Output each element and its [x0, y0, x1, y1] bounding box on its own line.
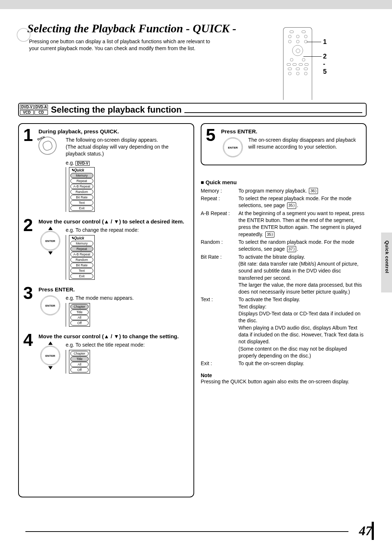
note-heading: Note	[201, 372, 367, 378]
step-number: 3	[23, 286, 35, 327]
note-text: Pressing the QUICK button again also exi…	[201, 378, 367, 385]
right-column: 5 Press ENTER. The on-screen display dis…	[201, 123, 367, 497]
disc-badge: CD	[34, 110, 48, 115]
quick-menu-section: Quick menu Memory :To program memory pla…	[201, 172, 367, 385]
page-ref: 37	[287, 246, 296, 252]
dvdv-badge: DVD-V	[75, 161, 90, 166]
eg-line: e.g. To select the title repeat mode:	[66, 342, 145, 348]
step-title: During playback, press QUICK.	[38, 128, 189, 134]
quick-menu-label: Bit Rate :	[201, 254, 237, 296]
step-number: 5	[206, 128, 217, 158]
remote-callout-1: 1	[323, 38, 327, 46]
quick-menu-label: A-B Repeat :	[201, 210, 237, 238]
quick-menu-desc: To activate the bitrate display. (Bit ra…	[238, 254, 367, 296]
step-title: Move the cursor control (▲ / ▼) to chang…	[38, 333, 189, 339]
enter-button-icon	[38, 295, 62, 316]
section-title: Selecting the Playback Function - QUICK …	[27, 22, 367, 35]
page-number: 47	[359, 523, 372, 538]
quick-menu-heading: Quick menu	[201, 179, 367, 185]
quick-menu-desc: To select the repeat playback mode. For …	[238, 195, 367, 209]
page-ref: 35	[287, 202, 296, 209]
step-5-box: 5 Press ENTER. The on-screen display dis…	[201, 123, 367, 165]
section-description: Pressing one button can display a list o…	[29, 38, 218, 52]
step-text: The following on-screen display appears.…	[66, 137, 189, 157]
page-ref: 35	[265, 231, 274, 238]
disc-badges: DVD-V DVD-A VCD CD	[20, 105, 48, 115]
eg-line: e.g. To change the repeat mode:	[66, 227, 139, 234]
osd-menu-3: Chapter Title All Off	[66, 303, 90, 327]
quick-menu-row: A-B Repeat :At the beginning of a segmen…	[201, 210, 367, 238]
step-3: 3 Press ENTER. e.g. The mode menu appear…	[23, 286, 189, 327]
quick-menu-row: Random :To select the random playback mo…	[201, 239, 367, 253]
enter-button-icon	[221, 137, 245, 158]
osd-menu-1: ✎Quick Memory Repeat A-B Repeat Random B…	[66, 167, 95, 212]
quick-menu-desc: To activate the Text display. Text displ…	[238, 296, 367, 359]
eg-label: e.g.	[66, 160, 74, 166]
step-text: The on-screen display disappears and pla…	[248, 137, 362, 150]
quick-menu-row: Exit :To quit the on-screen display.	[201, 360, 367, 367]
cursor-control-icon	[38, 342, 62, 370]
page-ref: 36	[309, 188, 318, 194]
disc-badge: VCD	[20, 110, 34, 115]
quick-menu-desc: To quit the on-screen display.	[238, 360, 367, 367]
step-title: Move the cursor control (▲ / ▼) to selec…	[38, 218, 189, 225]
remote-callout-2: 2 - 5	[323, 53, 327, 76]
quick-menu-desc: At the beginning of a segment you want t…	[238, 210, 367, 238]
cursor-control-icon	[38, 227, 62, 255]
quick-menu-row: Bit Rate :To activate the bitrate displa…	[201, 254, 367, 296]
quick-menu-row: Text :To activate the Text display. Text…	[201, 296, 367, 359]
left-column: 1 During playback, press QUICK. The foll…	[18, 123, 194, 497]
quick-button-icon	[38, 137, 62, 155]
step-number: 2	[23, 218, 35, 280]
side-tab-label: Quick control	[384, 241, 390, 273]
eg-line: e.g. The mode menu appears.	[66, 295, 134, 302]
quick-menu-label: Exit :	[201, 360, 237, 367]
step-number: 1	[23, 128, 35, 212]
disc-badge: DVD-V	[20, 105, 34, 109]
step-number: 4	[23, 333, 35, 374]
step-2: 2 Move the cursor control (▲ / ▼) to sel…	[23, 218, 189, 280]
remote-diagram: 1 2 - 5	[283, 27, 312, 100]
quick-menu-label: Random :	[201, 239, 237, 253]
quick-menu-desc: To program memory playback. 36	[238, 187, 367, 194]
disc-badge: DVD-A	[34, 105, 48, 109]
step-1: 1 During playback, press QUICK. The foll…	[23, 128, 189, 212]
quick-menu-row: Repeat :To select the repeat playback mo…	[201, 195, 367, 209]
subtitle-row: DVD-V DVD-A VCD CD Selecting the playbac…	[18, 103, 367, 117]
step-title: Press ENTER.	[38, 286, 189, 292]
quick-menu-row: Memory :To program memory playback. 36	[201, 187, 367, 194]
osd-menu-4: Chapter Title All Off	[66, 350, 90, 374]
title-ornament	[17, 28, 30, 42]
quick-menu-desc: To select the random playback mode. For …	[238, 239, 367, 253]
footer-rule	[25, 531, 348, 532]
quick-menu-label: Repeat :	[201, 195, 237, 209]
step-4: 4 Move the cursor control (▲ / ▼) to cha…	[23, 333, 189, 374]
osd-menu-2: ✎Quick Memory Repeat A-B Repeat Random B…	[66, 235, 95, 280]
quick-menu-label: Memory :	[201, 187, 237, 194]
subtitle: Selecting the playback function	[51, 105, 181, 115]
quick-menu-label: Text :	[201, 296, 237, 359]
step-title: Press ENTER.	[221, 128, 362, 134]
scanner-top-bar	[0, 0, 392, 9]
